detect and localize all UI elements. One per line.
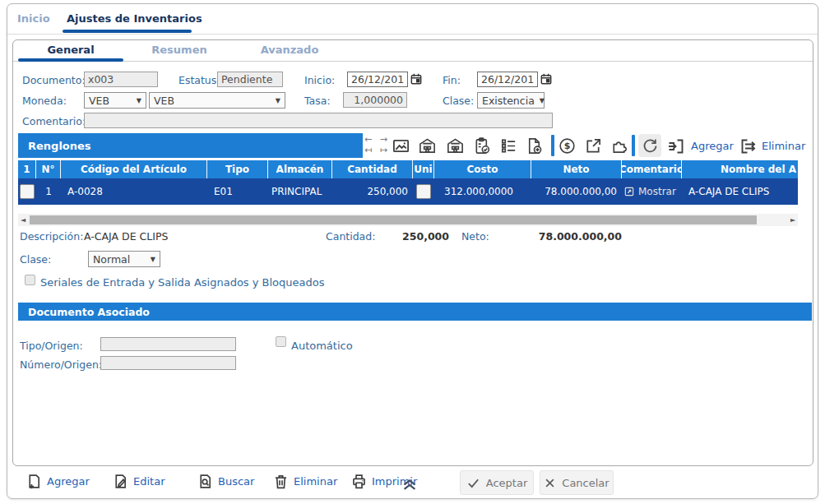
automatico-checkbox[interactable] <box>276 336 286 347</box>
inicio-date-input[interactable] <box>347 72 408 87</box>
documento-input[interactable] <box>84 72 158 87</box>
refresh-icon[interactable] <box>638 134 661 157</box>
puzzle-icon[interactable] <box>609 136 628 155</box>
documento-asociado-title: Documento Asociado <box>28 306 150 318</box>
tipo-origen-label: Tipo/Origen: <box>20 340 83 352</box>
arrow-left-icon[interactable]: ← <box>364 135 372 144</box>
checklist-icon[interactable] <box>499 136 518 155</box>
cancelar-button[interactable]: Cancelar <box>540 470 614 495</box>
mostrar-button[interactable]: Mostrar <box>622 178 682 205</box>
estatus-label: Estatus: <box>178 74 220 86</box>
image-icon[interactable] <box>392 136 410 155</box>
arrow-right-icon[interactable]: → <box>380 135 387 144</box>
descripcion-value: A-CAJA DE CLIPS <box>84 230 168 243</box>
warehouse-icon-2[interactable] <box>446 136 465 155</box>
external-link-icon[interactable] <box>584 136 603 155</box>
grid-nav-arrows: ← → ↤ ↦ <box>364 135 387 155</box>
fin-date-input[interactable] <box>477 72 538 87</box>
numero-origen-input[interactable] <box>100 356 236 370</box>
warehouse-icon-1[interactable] <box>418 136 437 155</box>
aceptar-label: Aceptar <box>486 477 527 489</box>
active-panel-tab-underline <box>18 58 123 62</box>
toolbar-eliminar-label: Eliminar <box>294 475 337 488</box>
column-header-codigo[interactable]: Código del Artículo <box>61 160 207 178</box>
row-unidad-cell[interactable] <box>413 178 434 205</box>
scroll-left-arrow[interactable]: ◄ <box>18 216 28 224</box>
aceptar-button[interactable]: Aceptar <box>460 470 534 495</box>
seriales-checkbox[interactable] <box>25 275 35 285</box>
row-select-box[interactable] <box>20 184 35 199</box>
chevron-down-icon: ▼ <box>276 97 280 104</box>
table-row[interactable]: 1 A-0028 E01 PRINCIPAL 250,000 312.000,0… <box>18 178 798 205</box>
toolbar-buscar-label: Buscar <box>218 475 254 488</box>
tab-inicio[interactable]: Inicio <box>17 12 50 25</box>
comentario-input[interactable] <box>84 113 553 128</box>
descripcion-label: Descripción: <box>20 230 83 243</box>
inicio-label: Inicio: <box>304 74 335 86</box>
seriales-label: Seriales de Entrada y Salida Asignados y… <box>40 276 325 289</box>
arrow-to-end-icon[interactable]: ↦ <box>380 146 387 155</box>
column-header-cantidad[interactable]: Cantidad <box>332 160 413 178</box>
row-select-cell[interactable] <box>18 178 36 205</box>
renglones-section-header: Renglones <box>18 133 363 158</box>
agregar-renglon-button[interactable]: Agregar <box>691 140 734 152</box>
column-header-sel[interactable]: 1 <box>18 160 36 178</box>
tab-avanzado[interactable]: Avanzado <box>240 44 339 56</box>
estatus-input[interactable] <box>217 72 283 87</box>
tab-general[interactable]: General <box>18 44 123 56</box>
fin-calendar-icon[interactable] <box>540 72 553 86</box>
document-add-icon[interactable] <box>525 136 544 155</box>
toolbar-editar-button[interactable]: Editar <box>112 473 165 490</box>
column-header-comentario[interactable]: Comentario <box>622 160 682 178</box>
tasa-label: Tasa: <box>304 95 331 107</box>
column-header-numero[interactable]: N° <box>36 160 61 178</box>
clase-select[interactable]: Existencia ▼ <box>477 92 545 109</box>
tipo-origen-input[interactable] <box>100 337 236 351</box>
moneda-label: Moneda: <box>22 95 67 107</box>
tab-ajustes-de-inventarios[interactable]: Ajustes de Inventarios <box>67 12 202 25</box>
detail-clase-value: Normal <box>93 253 130 266</box>
detail-clase-label: Clase: <box>20 253 51 266</box>
scroll-right-arrow[interactable]: ► <box>788 216 798 224</box>
moneda-code-select[interactable]: VEB ▼ <box>84 92 146 109</box>
clipboard-check-icon[interactable] <box>473 136 492 155</box>
table-horizontal-scrollbar[interactable]: ◄ ► <box>18 214 798 226</box>
detail-cantidad-value: 250,000 <box>367 230 449 243</box>
edit-document-icon <box>112 473 129 490</box>
renglones-table-header: 1 N° Código del Artículo Tipo Almacén Ca… <box>18 160 798 178</box>
column-header-nombre[interactable]: Nombre del A <box>682 160 798 178</box>
show-comment-icon <box>623 186 635 197</box>
collapse-toolbar-icon[interactable] <box>401 474 419 492</box>
row-almacen-cell: PRINCIPAL <box>268 178 332 205</box>
import-rows-icon[interactable] <box>666 136 686 156</box>
tab-resumen[interactable]: Resumen <box>130 44 229 56</box>
toolbar-eliminar-button[interactable]: Eliminar <box>272 473 337 490</box>
tasa-input[interactable] <box>343 92 407 108</box>
inicio-calendar-icon[interactable] <box>410 72 423 86</box>
moneda-name-select[interactable]: VEB ▼ <box>149 92 285 109</box>
column-header-tipo[interactable]: Tipo <box>207 160 268 178</box>
column-header-almacen[interactable]: Almacén <box>268 160 332 178</box>
clase-label: Clase: <box>443 95 474 107</box>
column-header-unidad[interactable]: Uni <box>413 160 434 178</box>
eliminar-renglon-button[interactable]: Eliminar <box>762 140 805 152</box>
export-rows-icon[interactable] <box>739 136 758 156</box>
toolbar-separator <box>551 135 554 156</box>
window-tab-strip: Inicio Ajustes de Inventarios <box>7 4 818 35</box>
dollar-circle-icon[interactable]: $ <box>558 136 577 155</box>
row-unidad-box[interactable] <box>416 184 431 199</box>
row-cantidad-cell: 250,000 <box>332 178 413 205</box>
column-header-neto[interactable]: Neto <box>531 160 622 178</box>
toolbar-agregar-button[interactable]: Agregar <box>25 473 90 490</box>
add-document-icon <box>25 473 43 490</box>
scrollbar-thumb[interactable] <box>30 215 757 224</box>
moneda-code-value: VEB <box>89 95 109 107</box>
toolbar-buscar-button[interactable]: Buscar <box>197 473 254 490</box>
cancelar-label: Cancelar <box>562 477 609 489</box>
detail-clase-select[interactable]: Normal ▼ <box>88 251 160 267</box>
renglones-title: Renglones <box>28 140 91 152</box>
column-header-costo[interactable]: Costo <box>434 160 531 178</box>
arrow-to-start-icon[interactable]: ↤ <box>364 146 372 155</box>
svg-text:$: $ <box>564 141 571 151</box>
numero-origen-label: Número/Origen: <box>20 358 102 371</box>
